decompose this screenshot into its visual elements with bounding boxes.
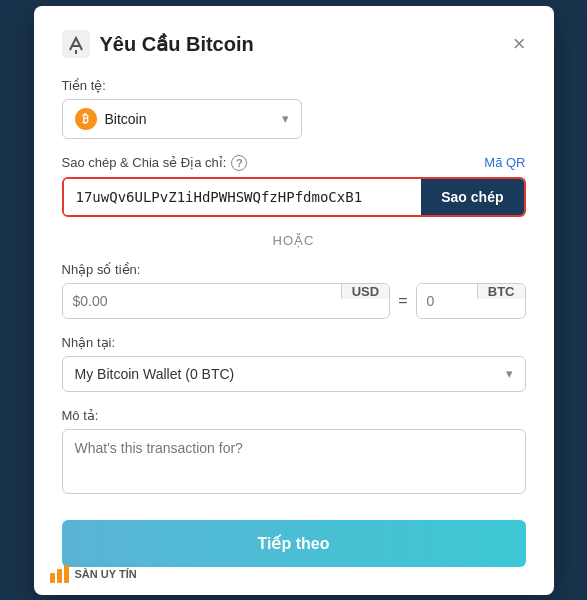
address-label: Sao chép & Chia sẻ Địa chỉ: ?	[62, 155, 248, 171]
close-button[interactable]: ×	[513, 33, 526, 55]
bar3	[64, 565, 69, 583]
address-box: Sao chép	[62, 177, 526, 217]
help-icon[interactable]: ?	[231, 155, 247, 171]
equals-sign: =	[398, 292, 407, 310]
wallet-select[interactable]: My Bitcoin Wallet (0 BTC) ▾	[62, 356, 526, 392]
amount-row: USD = BTC	[62, 283, 526, 319]
next-button[interactable]: Tiếp theo	[62, 520, 526, 567]
usd-currency-label: USD	[341, 284, 389, 299]
currency-group: Tiền tệ: ₿ Bitcoin ▾	[62, 78, 526, 139]
receive-group: Nhận tại: My Bitcoin Wallet (0 BTC) ▾	[62, 335, 526, 392]
usd-amount-input[interactable]	[63, 284, 341, 318]
logo-icon	[50, 565, 69, 583]
currency-select-inner: ₿ Bitcoin	[75, 108, 147, 130]
btc-icon: ₿	[75, 108, 97, 130]
btc-input-wrap: BTC	[416, 283, 526, 319]
modal-title: Yêu Cầu Bitcoin	[62, 30, 254, 58]
receive-label: Nhận tại:	[62, 335, 526, 350]
bar2	[57, 569, 62, 583]
wallet-value: My Bitcoin Wallet (0 BTC)	[75, 366, 235, 382]
address-group: Sao chép & Chia sẻ Địa chỉ: ? Mã QR Sao …	[62, 155, 526, 217]
modal-title-text: Yêu Cầu Bitcoin	[100, 32, 254, 56]
chevron-down-icon: ▾	[282, 111, 289, 126]
modal-container: Yêu Cầu Bitcoin × Tiền tệ: ₿ Bitcoin ▾ S…	[34, 6, 554, 595]
btc-currency-label: BTC	[477, 284, 525, 299]
address-label-text: Sao chép & Chia sẻ Địa chỉ:	[62, 155, 227, 170]
divider: HOẶC	[62, 233, 526, 248]
qr-link[interactable]: Mã QR	[484, 155, 525, 170]
description-textarea[interactable]	[62, 429, 526, 494]
amount-label: Nhập số tiền:	[62, 262, 526, 277]
currency-value: Bitcoin	[105, 111, 147, 127]
logo-text: SÀN UY TÍN	[75, 568, 137, 580]
modal-header: Yêu Cầu Bitcoin ×	[62, 30, 526, 58]
bitcoin-request-icon	[62, 30, 90, 58]
address-section-label: Sao chép & Chia sẻ Địa chỉ: ? Mã QR	[62, 155, 526, 171]
description-label: Mô tả:	[62, 408, 526, 423]
amount-group: Nhập số tiền: USD = BTC	[62, 262, 526, 319]
wallet-chevron-icon: ▾	[506, 366, 513, 381]
usd-input-wrap: USD	[62, 283, 391, 319]
copy-button[interactable]: Sao chép	[421, 179, 523, 215]
currency-select[interactable]: ₿ Bitcoin ▾	[62, 99, 302, 139]
currency-label: Tiền tệ:	[62, 78, 526, 93]
bar1	[50, 573, 55, 583]
btc-amount-input[interactable]	[417, 284, 477, 318]
description-group: Mô tả:	[62, 408, 526, 498]
bottom-logo: SÀN UY TÍN	[50, 565, 137, 583]
address-input[interactable]	[64, 179, 422, 215]
